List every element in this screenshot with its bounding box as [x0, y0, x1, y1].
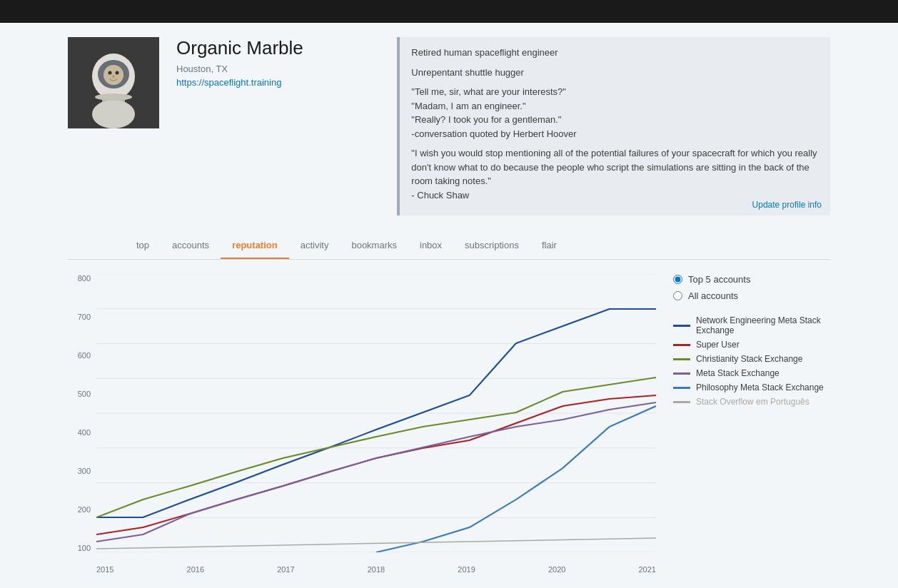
update-profile-link[interactable]: Update profile info [752, 198, 822, 211]
profile-header: Organic Marble Houston, TX https://space… [68, 37, 830, 216]
y-label-400: 400 [78, 428, 91, 437]
bio-line-1: Retired human spaceflight engineer [411, 46, 819, 60]
legend-color-neme [673, 325, 690, 327]
legend-item-sopt: Stack Overflow em Português [673, 397, 830, 407]
profile-bio-box: Retired human spaceflight engineer Unrep… [397, 37, 830, 216]
y-label-200: 200 [78, 505, 91, 514]
profile-info: Organic Marble Houston, TX https://space… [176, 37, 380, 88]
nav-tabs: top accounts reputation activity bookmar… [68, 233, 830, 260]
y-label-300: 300 [78, 467, 91, 475]
svg-point-9 [92, 100, 135, 128]
bio-line-3: "Tell me, sir, what are your interests?"… [411, 85, 819, 141]
legend-color-cse [673, 358, 690, 360]
x-axis-labels: 2015 2016 2017 2018 2019 2020 2021 [96, 565, 656, 574]
legend-label-sopt: Stack Overflow em Português [696, 397, 809, 407]
legend-label-su: Super User [696, 340, 740, 350]
legend-item-pmse: Philosophy Meta Stack Exchange [673, 382, 830, 392]
radio-top5-label: Top 5 accounts [688, 274, 750, 285]
legend-label-cse: Christianity Stack Exchange [696, 354, 802, 364]
bio-line-4: "I wish you would stop mentioning all of… [411, 146, 819, 202]
svg-point-10 [95, 93, 132, 101]
legend-color-pmse [673, 387, 690, 389]
x-label-2020: 2020 [548, 565, 565, 574]
tab-subscriptions[interactable]: subscriptions [453, 233, 530, 259]
y-axis-labels: 800 700 600 500 400 300 200 100 [68, 274, 96, 552]
legend-item-su: Super User [673, 340, 830, 350]
x-label-2015: 2015 [96, 565, 113, 574]
x-label-2021: 2021 [638, 565, 655, 574]
radio-all-input[interactable] [673, 291, 682, 300]
radio-all-label: All accounts [688, 290, 738, 301]
svg-point-6 [116, 71, 119, 75]
legend-label-mse: Meta Stack Exchange [696, 368, 780, 378]
y-label-500: 500 [78, 390, 91, 398]
tab-reputation[interactable]: reputation [221, 233, 289, 259]
tab-activity[interactable]: activity [289, 233, 340, 259]
legend-item-neme: Network Engineering Meta Stack Exchange [673, 315, 830, 335]
y-label-800: 800 [78, 274, 91, 283]
tab-bookmarks[interactable]: bookmarks [340, 233, 408, 259]
legend-list: Network Engineering Meta Stack Exchange … [673, 315, 830, 407]
chart-svg [96, 274, 656, 552]
y-label-100: 100 [78, 544, 91, 552]
legend-label-pmse: Philosophy Meta Stack Exchange [696, 382, 824, 392]
tab-accounts[interactable]: accounts [161, 233, 221, 259]
x-label-2019: 2019 [458, 565, 475, 574]
tab-flair[interactable]: flair [530, 233, 568, 259]
legend-color-sopt [673, 401, 690, 403]
svg-point-7 [113, 75, 115, 78]
top-bar [0, 0, 898, 23]
legend-label-neme: Network Engineering Meta Stack Exchange [696, 315, 830, 335]
bio-line-2: Unrepentant shuttle hugger [411, 66, 819, 80]
radio-group: Top 5 accounts All accounts [673, 274, 830, 301]
legend-item-cse: Christianity Stack Exchange [673, 354, 830, 364]
legend-item-mse: Meta Stack Exchange [673, 368, 830, 378]
y-label-700: 700 [78, 313, 91, 321]
avatar [68, 37, 159, 128]
profile-link[interactable]: https://spaceflight.training [176, 77, 281, 88]
profile-location: Houston, TX [176, 64, 380, 74]
legend-color-su [673, 344, 690, 346]
radio-top5[interactable]: Top 5 accounts [673, 274, 830, 285]
radio-top5-input[interactable] [673, 275, 682, 284]
profile-name: Organic Marble [176, 37, 380, 59]
radio-all[interactable]: All accounts [673, 290, 830, 301]
tab-inbox[interactable]: inbox [408, 233, 453, 259]
y-label-600: 600 [78, 351, 91, 360]
chart-container: 800 700 600 500 400 300 200 100 [68, 274, 656, 574]
x-label-2016: 2016 [187, 565, 204, 574]
legend-area: Top 5 accounts All accounts Network Engi… [673, 274, 830, 574]
chart-area: 800 700 600 500 400 300 200 100 [68, 274, 656, 574]
svg-point-5 [109, 71, 112, 75]
content-area: 800 700 600 500 400 300 200 100 [68, 274, 830, 574]
x-label-2017: 2017 [277, 565, 294, 574]
x-label-2018: 2018 [368, 565, 385, 574]
tab-top[interactable]: top [125, 233, 161, 259]
legend-color-mse [673, 372, 690, 375]
